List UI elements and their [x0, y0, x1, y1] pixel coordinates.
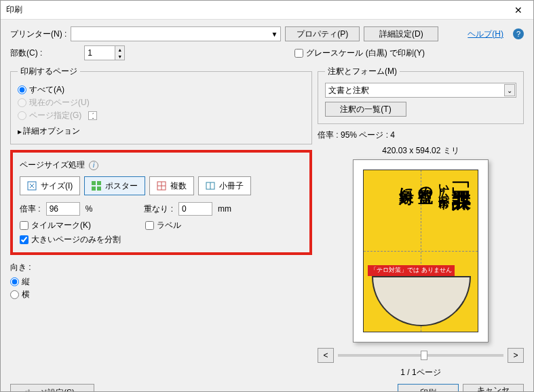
overlap-label: 重なり :: [144, 203, 173, 215]
poster-button[interactable]: ポスター: [84, 176, 145, 195]
poster-icon: [92, 181, 101, 191]
spin-down-icon[interactable]: ▼: [115, 53, 124, 60]
poster-text-2: 広い市民が: [436, 177, 451, 201]
copies-label: 部数(C) :: [10, 47, 42, 59]
scale-label: 倍率 :: [20, 203, 41, 215]
poster-text-3: 監視の: [415, 177, 436, 194]
pages-legend: 印刷するページ: [18, 66, 80, 77]
window-title: 印刷: [6, 4, 509, 16]
page-range-radio[interactable]: ページ指定(G): [18, 110, 305, 121]
svg-rect-2: [97, 181, 101, 185]
overlap-input[interactable]: [178, 202, 212, 216]
copies-input[interactable]: [85, 46, 115, 60]
slider-thumb[interactable]: [421, 351, 427, 360]
svg-rect-3: [92, 187, 96, 191]
current-page-radio[interactable]: 現在のページ(U): [18, 97, 305, 109]
page-range-input[interactable]: [88, 111, 97, 120]
preview-paper: 「共謀罪」 広い市民が 監視の 対象に 「テロ対策」では ありません: [353, 159, 489, 342]
landscape-radio[interactable]: 横: [10, 289, 312, 300]
poster-text-4: 対象に: [396, 177, 417, 194]
orientation-legend: 向き :: [10, 262, 312, 273]
prev-page-button[interactable]: <: [318, 348, 334, 363]
preview-dimensions: 420.03 x 594.02 ミリ: [318, 145, 524, 157]
advanced-settings-button[interactable]: 詳細設定(D): [364, 26, 438, 41]
preview-area: 420.03 x 594.02 ミリ 「共謀罪」 広い市民が 監視の 対象に 「…: [318, 145, 524, 378]
next-page-button[interactable]: >: [508, 348, 524, 363]
printer-select[interactable]: ▼: [71, 26, 281, 41]
all-pages-radio[interactable]: すべて(A): [18, 84, 305, 96]
pages-to-print-group: 印刷するページ すべて(A) 現在のページ(U) ページ指定(G) ▸ 詳細オプ…: [10, 66, 312, 144]
poster-illustration: [372, 276, 471, 326]
tile-marks-checkbox[interactable]: タイルマーク(K): [20, 220, 91, 231]
properties-button[interactable]: プロパティ(P): [285, 26, 360, 41]
page-setup-button[interactable]: ページ設定(S)...: [10, 384, 94, 392]
multiple-icon: [157, 181, 166, 191]
svg-rect-1: [92, 181, 96, 185]
sizing-highlight-box: ページサイズ処理 i サイズ(I) ポスター 複数: [10, 150, 312, 255]
titlebar: 印刷 ✕: [1, 1, 533, 20]
print-button[interactable]: 印刷: [398, 384, 459, 392]
close-icon[interactable]: ✕: [509, 5, 528, 16]
multiple-button[interactable]: 複数: [149, 176, 194, 195]
printer-label: プリンター(N) :: [10, 28, 66, 40]
booklet-icon: [206, 181, 215, 191]
poster-red-tag: 「テロ対策」では ありません: [368, 265, 455, 276]
booklet-button[interactable]: 小冊子: [198, 176, 251, 195]
comments-legend: 注釈とフォーム(M): [325, 66, 400, 77]
orientation-group: 向き : 縦 横: [10, 262, 312, 300]
svg-rect-4: [97, 187, 101, 191]
comments-select[interactable]: 文書と注釈 ⌄: [325, 83, 516, 98]
page-slider[interactable]: [338, 354, 503, 357]
portrait-radio[interactable]: 縦: [10, 276, 312, 288]
size-icon: [27, 181, 37, 191]
chevron-down-icon: ▼: [271, 31, 278, 38]
sizing-legend: ページサイズ処理: [20, 159, 85, 171]
chevron-down-icon: ⌄: [504, 84, 515, 96]
preview-document: 「共謀罪」 広い市民が 監視の 対象に 「テロ対策」では ありません: [363, 170, 478, 332]
scale-input[interactable]: [46, 202, 80, 216]
size-button[interactable]: サイズ(I): [20, 176, 80, 195]
help-link[interactable]: ヘルプ(H): [468, 28, 503, 40]
copies-spinner[interactable]: ▲▼: [84, 45, 125, 60]
labels-checkbox[interactable]: ラベル: [145, 220, 181, 231]
large-only-checkbox[interactable]: 大きいページのみを分割: [20, 234, 303, 246]
info-icon[interactable]: i: [89, 161, 98, 170]
help-icon[interactable]: ?: [513, 28, 524, 39]
spin-up-icon[interactable]: ▲: [115, 46, 124, 53]
page-nav-label: 1 / 1ページ: [318, 367, 524, 378]
cancel-button[interactable]: キャンセル: [463, 384, 524, 392]
scale-info: 倍率 : 95% ページ : 4: [318, 130, 524, 141]
advanced-options-link[interactable]: ▸ 詳細オプション: [18, 125, 80, 137]
grayscale-checkbox[interactable]: グレースケール (白黒) で印刷(Y): [294, 47, 425, 59]
comments-group: 注釈とフォーム(M) 文書と注釈 ⌄ 注釈の一覧(T): [318, 66, 524, 124]
summary-comments-button[interactable]: 注釈の一覧(T): [325, 102, 406, 117]
